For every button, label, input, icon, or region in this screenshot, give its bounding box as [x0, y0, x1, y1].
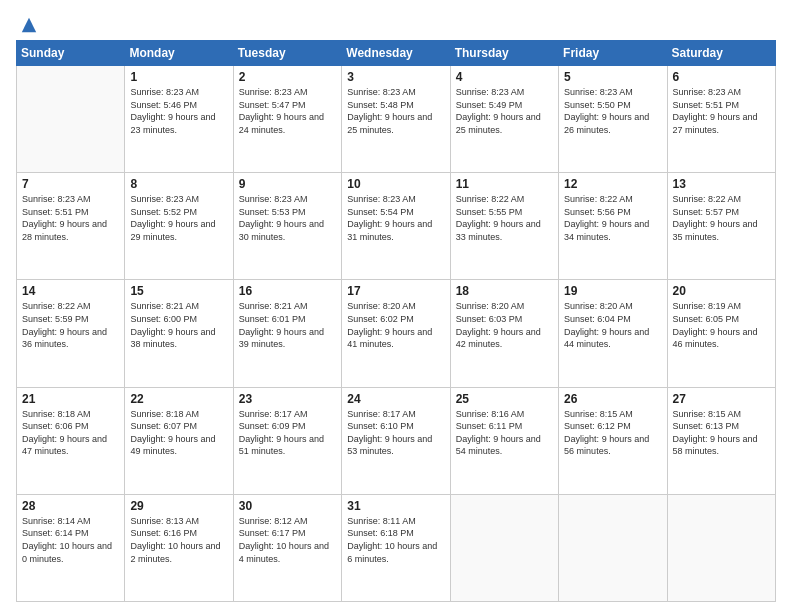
day-number: 1: [130, 70, 227, 84]
calendar-cell: 7Sunrise: 8:23 AM Sunset: 5:51 PM Daylig…: [17, 173, 125, 280]
day-info: Sunrise: 8:20 AM Sunset: 6:03 PM Dayligh…: [456, 300, 553, 350]
day-number: 26: [564, 392, 661, 406]
weekday-header: Thursday: [450, 41, 558, 66]
day-number: 7: [22, 177, 119, 191]
calendar-cell: 31Sunrise: 8:11 AM Sunset: 6:18 PM Dayli…: [342, 494, 450, 601]
day-info: Sunrise: 8:23 AM Sunset: 5:54 PM Dayligh…: [347, 193, 444, 243]
day-info: Sunrise: 8:23 AM Sunset: 5:51 PM Dayligh…: [22, 193, 119, 243]
day-info: Sunrise: 8:22 AM Sunset: 5:56 PM Dayligh…: [564, 193, 661, 243]
day-number: 6: [673, 70, 770, 84]
calendar-week-row: 1Sunrise: 8:23 AM Sunset: 5:46 PM Daylig…: [17, 66, 776, 173]
calendar-cell: 28Sunrise: 8:14 AM Sunset: 6:14 PM Dayli…: [17, 494, 125, 601]
day-number: 19: [564, 284, 661, 298]
weekday-header: Monday: [125, 41, 233, 66]
day-number: 31: [347, 499, 444, 513]
calendar-cell: 8Sunrise: 8:23 AM Sunset: 5:52 PM Daylig…: [125, 173, 233, 280]
day-number: 27: [673, 392, 770, 406]
day-info: Sunrise: 8:16 AM Sunset: 6:11 PM Dayligh…: [456, 408, 553, 458]
calendar-cell: 17Sunrise: 8:20 AM Sunset: 6:02 PM Dayli…: [342, 280, 450, 387]
day-info: Sunrise: 8:23 AM Sunset: 5:50 PM Dayligh…: [564, 86, 661, 136]
calendar-cell: 20Sunrise: 8:19 AM Sunset: 6:05 PM Dayli…: [667, 280, 775, 387]
day-info: Sunrise: 8:17 AM Sunset: 6:10 PM Dayligh…: [347, 408, 444, 458]
calendar-cell: 22Sunrise: 8:18 AM Sunset: 6:07 PM Dayli…: [125, 387, 233, 494]
day-number: 17: [347, 284, 444, 298]
day-number: 15: [130, 284, 227, 298]
header: [16, 16, 776, 30]
day-info: Sunrise: 8:18 AM Sunset: 6:06 PM Dayligh…: [22, 408, 119, 458]
logo: [16, 16, 38, 30]
calendar-cell: 11Sunrise: 8:22 AM Sunset: 5:55 PM Dayli…: [450, 173, 558, 280]
calendar-cell: 27Sunrise: 8:15 AM Sunset: 6:13 PM Dayli…: [667, 387, 775, 494]
calendar-cell: [559, 494, 667, 601]
calendar-cell: 9Sunrise: 8:23 AM Sunset: 5:53 PM Daylig…: [233, 173, 341, 280]
calendar-cell: 3Sunrise: 8:23 AM Sunset: 5:48 PM Daylig…: [342, 66, 450, 173]
calendar-cell: 24Sunrise: 8:17 AM Sunset: 6:10 PM Dayli…: [342, 387, 450, 494]
calendar-cell: 10Sunrise: 8:23 AM Sunset: 5:54 PM Dayli…: [342, 173, 450, 280]
weekday-header: Sunday: [17, 41, 125, 66]
calendar-cell: 18Sunrise: 8:20 AM Sunset: 6:03 PM Dayli…: [450, 280, 558, 387]
day-number: 20: [673, 284, 770, 298]
calendar-body: 1Sunrise: 8:23 AM Sunset: 5:46 PM Daylig…: [17, 66, 776, 602]
day-info: Sunrise: 8:23 AM Sunset: 5:51 PM Dayligh…: [673, 86, 770, 136]
day-number: 14: [22, 284, 119, 298]
day-number: 8: [130, 177, 227, 191]
day-info: Sunrise: 8:19 AM Sunset: 6:05 PM Dayligh…: [673, 300, 770, 350]
weekday-header: Wednesday: [342, 41, 450, 66]
day-info: Sunrise: 8:22 AM Sunset: 5:59 PM Dayligh…: [22, 300, 119, 350]
day-info: Sunrise: 8:18 AM Sunset: 6:07 PM Dayligh…: [130, 408, 227, 458]
calendar-cell: [450, 494, 558, 601]
day-number: 21: [22, 392, 119, 406]
day-number: 16: [239, 284, 336, 298]
day-number: 5: [564, 70, 661, 84]
day-info: Sunrise: 8:23 AM Sunset: 5:46 PM Dayligh…: [130, 86, 227, 136]
calendar-table: SundayMondayTuesdayWednesdayThursdayFrid…: [16, 40, 776, 602]
day-info: Sunrise: 8:23 AM Sunset: 5:49 PM Dayligh…: [456, 86, 553, 136]
day-number: 30: [239, 499, 336, 513]
calendar-cell: 12Sunrise: 8:22 AM Sunset: 5:56 PM Dayli…: [559, 173, 667, 280]
calendar-cell: 30Sunrise: 8:12 AM Sunset: 6:17 PM Dayli…: [233, 494, 341, 601]
day-info: Sunrise: 8:15 AM Sunset: 6:12 PM Dayligh…: [564, 408, 661, 458]
day-info: Sunrise: 8:21 AM Sunset: 6:00 PM Dayligh…: [130, 300, 227, 350]
day-number: 2: [239, 70, 336, 84]
day-number: 25: [456, 392, 553, 406]
calendar-cell: [667, 494, 775, 601]
day-info: Sunrise: 8:23 AM Sunset: 5:48 PM Dayligh…: [347, 86, 444, 136]
weekday-header: Friday: [559, 41, 667, 66]
day-info: Sunrise: 8:23 AM Sunset: 5:47 PM Dayligh…: [239, 86, 336, 136]
day-info: Sunrise: 8:14 AM Sunset: 6:14 PM Dayligh…: [22, 515, 119, 565]
calendar-cell: 23Sunrise: 8:17 AM Sunset: 6:09 PM Dayli…: [233, 387, 341, 494]
day-info: Sunrise: 8:22 AM Sunset: 5:55 PM Dayligh…: [456, 193, 553, 243]
day-number: 13: [673, 177, 770, 191]
day-number: 28: [22, 499, 119, 513]
calendar-cell: 26Sunrise: 8:15 AM Sunset: 6:12 PM Dayli…: [559, 387, 667, 494]
calendar-cell: 13Sunrise: 8:22 AM Sunset: 5:57 PM Dayli…: [667, 173, 775, 280]
day-info: Sunrise: 8:13 AM Sunset: 6:16 PM Dayligh…: [130, 515, 227, 565]
day-number: 3: [347, 70, 444, 84]
day-number: 12: [564, 177, 661, 191]
svg-marker-0: [22, 18, 36, 32]
calendar-week-row: 21Sunrise: 8:18 AM Sunset: 6:06 PM Dayli…: [17, 387, 776, 494]
calendar-cell: 5Sunrise: 8:23 AM Sunset: 5:50 PM Daylig…: [559, 66, 667, 173]
calendar-cell: 25Sunrise: 8:16 AM Sunset: 6:11 PM Dayli…: [450, 387, 558, 494]
day-number: 9: [239, 177, 336, 191]
day-info: Sunrise: 8:15 AM Sunset: 6:13 PM Dayligh…: [673, 408, 770, 458]
day-number: 10: [347, 177, 444, 191]
calendar-week-row: 28Sunrise: 8:14 AM Sunset: 6:14 PM Dayli…: [17, 494, 776, 601]
day-number: 4: [456, 70, 553, 84]
calendar-cell: 16Sunrise: 8:21 AM Sunset: 6:01 PM Dayli…: [233, 280, 341, 387]
day-info: Sunrise: 8:23 AM Sunset: 5:53 PM Dayligh…: [239, 193, 336, 243]
calendar-cell: 14Sunrise: 8:22 AM Sunset: 5:59 PM Dayli…: [17, 280, 125, 387]
day-number: 24: [347, 392, 444, 406]
day-info: Sunrise: 8:23 AM Sunset: 5:52 PM Dayligh…: [130, 193, 227, 243]
weekday-header: Saturday: [667, 41, 775, 66]
calendar-cell: 1Sunrise: 8:23 AM Sunset: 5:46 PM Daylig…: [125, 66, 233, 173]
calendar-week-row: 7Sunrise: 8:23 AM Sunset: 5:51 PM Daylig…: [17, 173, 776, 280]
calendar-cell: [17, 66, 125, 173]
day-number: 29: [130, 499, 227, 513]
calendar-cell: 29Sunrise: 8:13 AM Sunset: 6:16 PM Dayli…: [125, 494, 233, 601]
logo-icon: [20, 16, 38, 34]
calendar-header-row: SundayMondayTuesdayWednesdayThursdayFrid…: [17, 41, 776, 66]
day-number: 11: [456, 177, 553, 191]
page: SundayMondayTuesdayWednesdayThursdayFrid…: [0, 0, 792, 612]
calendar-cell: 4Sunrise: 8:23 AM Sunset: 5:49 PM Daylig…: [450, 66, 558, 173]
